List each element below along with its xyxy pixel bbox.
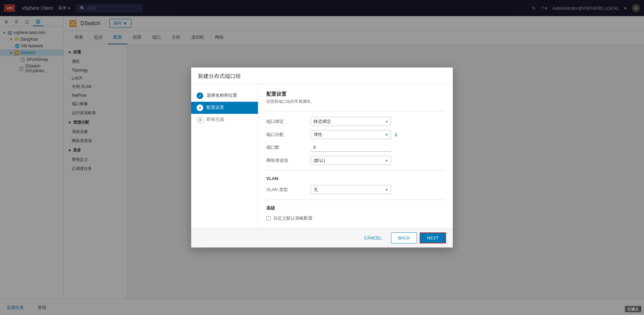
vlan-type-select[interactable]: 无 VLAN VLAN 中继 专用 VLAN bbox=[311, 185, 391, 194]
port-binding-select[interactable]: 静态绑定 bbox=[311, 117, 391, 126]
select-port-allocation: 弹性 ▼ bbox=[311, 130, 391, 139]
back-button[interactable]: BACK bbox=[391, 232, 417, 243]
modal-footer: CANCEL BACK NEXT ⤡ bbox=[191, 228, 453, 248]
content-desc: 设置新端口组的常规属性。 bbox=[266, 99, 445, 104]
label-port-binding: 端口绑定 bbox=[266, 119, 307, 125]
wizard-sidebar: 选择名称和位置 2 配置设置 3 即将完成 bbox=[191, 84, 258, 228]
wizard-content: 配置设置 设置新端口组的常规属性。 端口绑定 静态绑定 ▼ 端口分配 bbox=[258, 84, 453, 228]
step-label-1: 选择名称和位置 bbox=[207, 92, 237, 98]
modal-dialog: 新建分布式端口组 选择名称和位置 2 配置设置 3 即将完成 bbox=[191, 68, 453, 248]
modal-title: 新建分布式端口组 bbox=[198, 73, 446, 80]
form-row-port-count: 端口数 bbox=[266, 143, 445, 152]
form-row-port-binding: 端口绑定 静态绑定 ▼ bbox=[266, 117, 445, 126]
form-row-port-allocation: 端口分配 弹性 ▼ ℹ bbox=[266, 130, 445, 139]
step-num-1 bbox=[197, 92, 203, 99]
checkbox-row-custom-policy: 自定义默认策略配置 bbox=[266, 215, 445, 221]
divider-advanced bbox=[266, 199, 445, 200]
select-vlan-type: 无 VLAN VLAN 中继 专用 VLAN ▼ bbox=[311, 185, 391, 194]
label-vlan-type: VLAN 类型 bbox=[266, 187, 307, 193]
custom-policy-label: 自定义默认策略配置 bbox=[273, 215, 313, 221]
divider bbox=[266, 111, 445, 111]
next-button[interactable]: NEXT bbox=[420, 232, 446, 243]
step-num-3: 3 bbox=[197, 117, 203, 123]
form-row-network-pool: 网络资源池 (默认) ▼ bbox=[266, 156, 445, 165]
content-title: 配置设置 bbox=[266, 91, 445, 97]
wizard-step-1[interactable]: 选择名称和位置 bbox=[191, 90, 258, 102]
vlan-section-title: VLAN bbox=[266, 176, 445, 181]
modal-header: 新建分布式端口组 bbox=[191, 68, 453, 84]
label-network-pool: 网络资源池 bbox=[266, 158, 307, 164]
cancel-button[interactable]: CANCEL bbox=[357, 232, 388, 243]
advanced-section-title: 高级 bbox=[266, 205, 445, 211]
step-label-2: 配置设置 bbox=[207, 104, 224, 110]
label-port-count: 端口数 bbox=[266, 144, 307, 150]
watermark: 亿速云 bbox=[625, 306, 641, 312]
divider-vlan bbox=[266, 170, 445, 171]
port-count-input[interactable] bbox=[311, 143, 391, 152]
label-port-allocation: 端口分配 bbox=[266, 132, 307, 138]
modal-body: 选择名称和位置 2 配置设置 3 即将完成 配置设置 设置新端口组的常规属性。 bbox=[191, 84, 453, 228]
step-num-2: 2 bbox=[197, 104, 203, 111]
step-label-3: 即将完成 bbox=[207, 117, 224, 123]
select-port-binding: 静态绑定 ▼ bbox=[311, 117, 391, 126]
custom-policy-checkbox[interactable] bbox=[266, 216, 271, 221]
port-allocation-select[interactable]: 弹性 bbox=[311, 130, 391, 139]
modal-overlay: 新建分布式端口组 选择名称和位置 2 配置设置 3 即将完成 bbox=[0, 0, 644, 315]
wizard-step-3[interactable]: 3 即将完成 bbox=[191, 114, 258, 126]
select-network-pool: (默认) ▼ bbox=[311, 156, 391, 165]
form-row-vlan-type: VLAN 类型 无 VLAN VLAN 中继 专用 VLAN ▼ bbox=[266, 185, 445, 194]
info-icon[interactable]: ℹ bbox=[395, 132, 397, 137]
network-pool-select[interactable]: (默认) bbox=[311, 156, 391, 165]
wizard-step-2[interactable]: 2 配置设置 bbox=[191, 102, 258, 114]
input-port-count bbox=[311, 143, 391, 152]
